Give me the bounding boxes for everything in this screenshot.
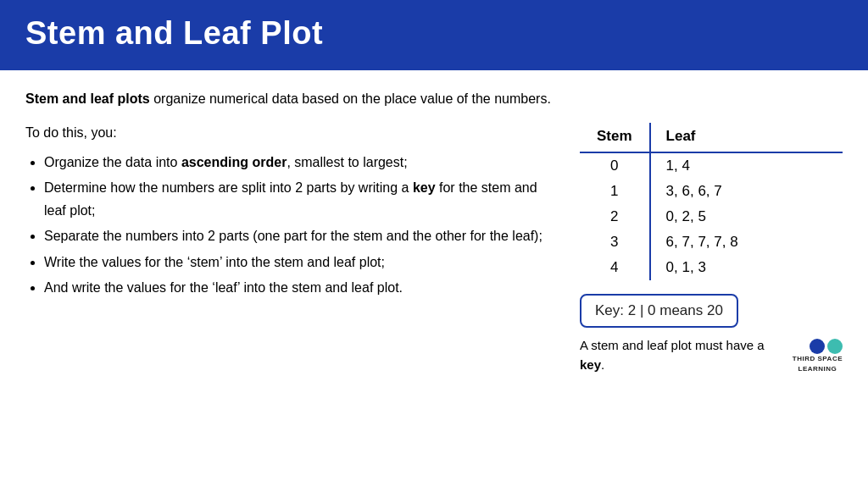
table-row: 20, 2, 5 [580,204,843,229]
leaf-cell: 3, 6, 6, 7 [650,179,843,204]
list-item: And write the values for the ‘leaf’ into… [44,277,546,299]
main-layout: To do this, you: Organize the data into … [25,123,843,374]
bullet-bold-1: ascending order [181,155,287,169]
tsl-brand-text: THIRD SPACELEARNING [793,354,843,374]
intro-paragraph: Stem and leaf plots organize numerical d… [25,89,843,109]
stem-cell: 3 [580,229,650,255]
table-row: 40, 1, 3 [580,255,843,280]
bullet-list: Organize the data into ascending order, … [25,152,546,299]
tsl-circle-teal [827,339,843,354]
leaf-cell: 6, 7, 7, 7, 8 [650,229,843,255]
key-box: Key: 2 | 0 means 20 [580,294,738,328]
key-note: A stem and leaf plot must have a key. TH… [580,336,843,374]
stem-header: Stem [580,123,650,152]
tsl-circles [810,339,843,354]
left-column: To do this, you: Organize the data into … [25,123,546,302]
intro-bold: Stem and leaf plots [25,91,150,106]
list-item: Separate the numbers into 2 parts (one p… [44,225,546,247]
stem-cell: 2 [580,204,650,229]
table-row: 36, 7, 7, 7, 8 [580,229,843,255]
bullet-bold-2: key [413,180,436,195]
leaf-cell: 0, 2, 5 [650,204,843,229]
list-item: Determine how the numbers are split into… [44,177,546,222]
tsl-logo-container: THIRD SPACELEARNING [793,339,843,374]
intro-rest: organize numerical data based on the pla… [150,91,551,106]
stem-cell: 0 [580,152,650,179]
key-note-before: A stem and leaf plot must have a [580,338,765,352]
leaf-cell: 1, 4 [650,152,843,179]
key-note-after: . [601,357,604,372]
stem-leaf-table: Stem Leaf 01, 413, 6, 6, 720, 2, 536, 7,… [580,123,843,280]
main-content: Stem and leaf plots organize numerical d… [0,70,868,391]
page-title: Stem and Leaf Plot [25,15,843,52]
table-row: 13, 6, 6, 7 [580,179,843,204]
stem-cell: 4 [580,255,650,280]
leaf-cell: 0, 1, 3 [650,255,843,280]
leaf-header: Leaf [650,123,843,152]
tsl-circle-blue [810,339,825,354]
table-row: 01, 4 [580,152,843,179]
key-note-text: A stem and leaf plot must have a key. [580,336,784,374]
list-item: Organize the data into ascending order, … [44,152,546,174]
list-item: Write the values for the ‘stem’ into the… [44,252,546,274]
key-note-bold: key [580,357,601,372]
stem-cell: 1 [580,179,650,204]
right-column: Stem Leaf 01, 413, 6, 6, 720, 2, 536, 7,… [580,123,843,374]
header: Stem and Leaf Plot [0,0,868,70]
todo-label: To do this, you: [25,123,546,143]
